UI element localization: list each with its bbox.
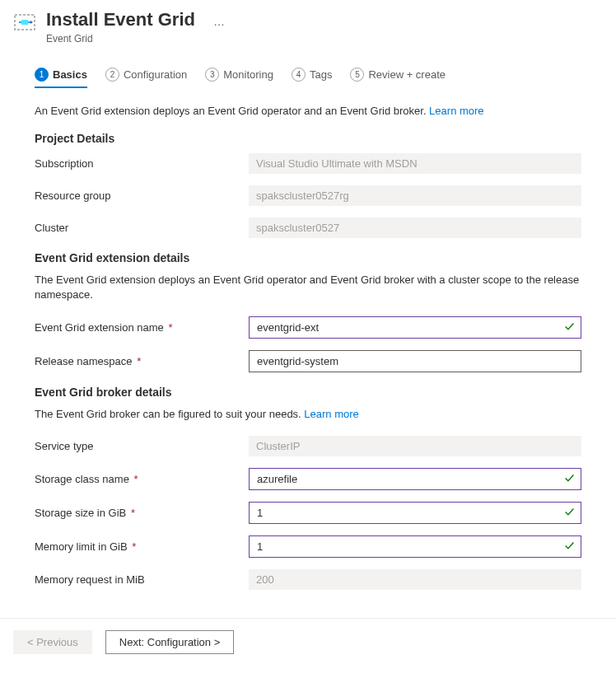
step-badge: 3 [205,68,219,82]
wizard-tabs: 1 Basics 2 Configuration 3 Monitoring 4 … [0,49,616,88]
svg-rect-1 [21,20,28,25]
memory-limit-input[interactable] [249,535,581,558]
storage-size-label: Storage size in GiB * [35,507,249,519]
broker-details-desc: The Event Grid broker can be figured to … [35,407,581,423]
section-project-details: Project Details [35,132,581,145]
step-badge: 4 [292,68,306,82]
wizard-footer: < Previous Next: Configuration > [0,618,616,666]
tab-review-create[interactable]: 5 Review + create [350,68,446,88]
intro-text: An Event Grid extension deploys an Event… [35,105,581,117]
event-grid-icon [13,11,36,34]
tab-label: Monitoring [223,68,273,81]
tab-basics[interactable]: 1 Basics [35,68,87,88]
check-icon [564,473,575,486]
cluster-field: spakscluster0527 [249,217,581,238]
storage-class-input[interactable] [249,468,581,490]
check-icon [564,507,575,520]
form-content: An Event Grid extension deploys an Event… [0,88,616,619]
tab-tags[interactable]: 4 Tags [292,68,332,88]
storage-class-label: Storage class name * [35,473,249,485]
memory-request-field: 200 [249,569,581,590]
section-broker-details: Event Grid broker details [35,386,581,399]
memory-limit-label-text: Memory limit in GiB [35,540,128,553]
resource-group-field: spakscluster0527rg [249,185,581,206]
previous-button: < Previous [13,630,92,654]
extension-details-desc: The Event Grid extension deploys an Even… [35,273,581,304]
resource-group-label: Resource group [35,189,249,202]
storage-size-input[interactable] [249,502,581,524]
tab-label: Review + create [368,68,446,81]
release-namespace-label-text: Release namespace [35,355,133,367]
required-indicator: * [129,540,137,553]
page-title: Install Event Grid [46,8,195,32]
tab-monitoring[interactable]: 3 Monitoring [205,68,273,88]
service-type-field: ClusterIP [249,436,581,456]
next-button[interactable]: Next: Configuration > [105,630,234,654]
tab-label: Configuration [124,68,187,81]
step-badge: 2 [105,68,119,82]
step-badge: 5 [350,68,364,82]
extension-name-label: Event Grid extension name * [35,321,249,334]
required-indicator: * [134,355,142,367]
learn-more-link[interactable]: Learn more [429,105,483,117]
memory-limit-label: Memory limit in GiB * [35,540,249,553]
tab-label: Tags [310,68,332,81]
page-subtitle: Event Grid [46,33,195,44]
memory-request-label: Memory request in MiB [35,573,249,586]
section-extension-details: Event Grid extension details [35,251,581,264]
extension-name-input[interactable] [249,316,581,339]
svg-marker-4 [30,21,33,24]
extension-name-label-text: Event Grid extension name [35,321,164,334]
required-indicator: * [131,473,138,485]
storage-size-label-text: Storage size in GiB [35,507,126,519]
subscription-field: Visual Studio Ultimate with MSDN [249,153,581,174]
check-icon [564,321,575,334]
release-namespace-input[interactable] [249,350,581,372]
tab-label: Basics [53,68,87,81]
page-header: Install Event Grid Event Grid … [0,0,616,49]
subscription-label: Subscription [35,157,249,170]
service-type-label: Service type [35,440,249,452]
required-indicator: * [166,321,173,334]
required-indicator: * [128,507,135,519]
broker-desc-text: The Event Grid broker can be figured to … [35,408,304,420]
learn-more-link[interactable]: Learn more [304,408,358,420]
intro-text-body: An Event Grid extension deploys an Event… [35,105,429,117]
storage-class-label-text: Storage class name [35,473,129,485]
cluster-label: Cluster [35,222,249,234]
tab-configuration[interactable]: 2 Configuration [105,68,187,88]
more-actions-button[interactable]: … [213,15,225,28]
step-badge: 1 [35,68,49,82]
release-namespace-label: Release namespace * [35,355,249,367]
check-icon [564,540,575,554]
